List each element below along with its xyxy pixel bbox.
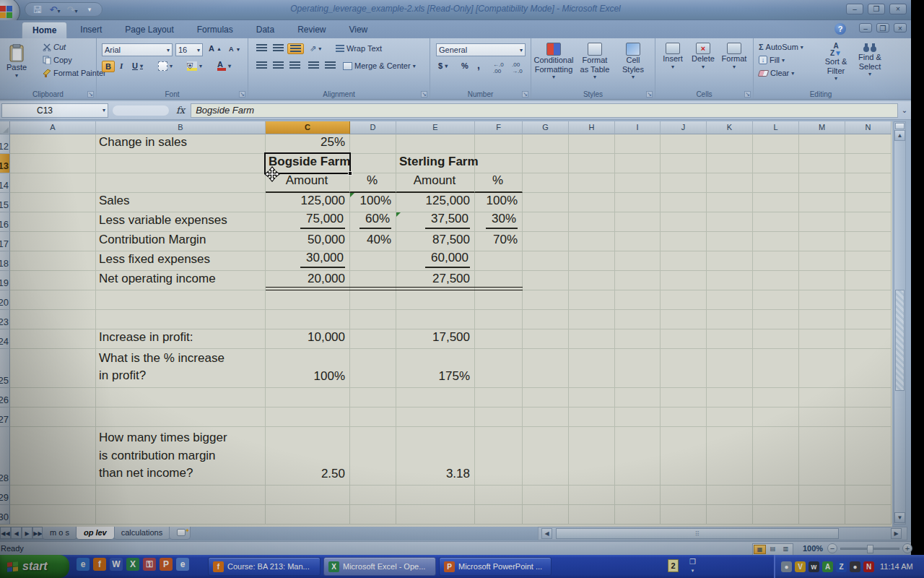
- autosum-button[interactable]: Σ AutoSum▾: [757, 42, 806, 52]
- cell-I25[interactable]: [615, 349, 661, 388]
- help-icon[interactable]: ?: [834, 23, 846, 35]
- cell-A29[interactable]: [10, 486, 96, 505]
- column-header-F[interactable]: F: [475, 121, 523, 134]
- novell-tray-icon[interactable]: N: [863, 561, 874, 572]
- cell-L17[interactable]: [753, 232, 799, 251]
- font-dialog-launcher[interactable]: ↘: [239, 91, 245, 98]
- cell-B24[interactable]: Increase in profit:: [96, 329, 266, 349]
- name-box[interactable]: C13 ▾: [1, 103, 108, 118]
- cell-J13[interactable]: [661, 154, 707, 173]
- italic-button[interactable]: I: [118, 61, 125, 71]
- cell-B15[interactable]: Sales: [96, 193, 266, 212]
- cell-B25[interactable]: What is the % increase in profit?: [96, 349, 266, 388]
- cell-H28[interactable]: [569, 427, 615, 486]
- cell-I28[interactable]: [615, 427, 661, 486]
- cell-A16[interactable]: [10, 212, 96, 232]
- scroll-left-icon[interactable]: ◀: [541, 528, 552, 539]
- insert-worksheet-tab[interactable]: ✦: [169, 527, 191, 540]
- cell-E24[interactable]: 17,500: [396, 329, 475, 349]
- cell-I13[interactable]: [615, 154, 661, 173]
- cell-C16[interactable]: 75,000: [266, 212, 350, 232]
- minimize-button[interactable]: –: [846, 4, 863, 14]
- cell-D25[interactable]: [350, 349, 396, 388]
- cell-E16[interactable]: 37,500: [396, 212, 475, 232]
- cell-M25[interactable]: [799, 349, 845, 388]
- column-header-N[interactable]: N: [845, 121, 892, 134]
- cell-C23[interactable]: [266, 310, 350, 329]
- cell-F29[interactable]: [475, 486, 523, 505]
- sheet-tab-calculations[interactable]: calculations: [113, 527, 170, 540]
- decrease-decimal-button[interactable]: .00→.0: [510, 61, 525, 75]
- cell-H25[interactable]: [569, 349, 615, 388]
- cell-I27[interactable]: [615, 407, 661, 427]
- cell-I16[interactable]: [615, 212, 661, 232]
- sort-filter-button[interactable]: AZ▼ Sort & Filter▾: [820, 41, 852, 83]
- cell-styles-button[interactable]: Cell Styles▾: [615, 41, 651, 82]
- ribbon-tab-review[interactable]: Review: [287, 22, 336, 38]
- cell-E26[interactable]: [396, 388, 475, 407]
- row-header-26[interactable]: 26: [0, 388, 10, 407]
- cell-K25[interactable]: [707, 349, 753, 388]
- column-header-D[interactable]: D: [350, 121, 396, 134]
- cell-B26[interactable]: [96, 388, 266, 407]
- cell-K27[interactable]: [707, 407, 753, 427]
- cell-E17[interactable]: 87,500: [396, 232, 475, 251]
- cell-K29[interactable]: [707, 486, 753, 505]
- accounting-format-button[interactable]: $▾: [436, 61, 450, 71]
- cell-G28[interactable]: [523, 427, 569, 486]
- cell-N19[interactable]: [845, 271, 892, 290]
- cell-L12[interactable]: [753, 134, 799, 154]
- row-header-27[interactable]: 27: [0, 407, 10, 427]
- cell-L13[interactable]: [753, 154, 799, 173]
- cell-H12[interactable]: [569, 134, 615, 154]
- cell-H30[interactable]: [569, 505, 615, 525]
- cell-H24[interactable]: [569, 329, 615, 349]
- cell-L23[interactable]: [753, 310, 799, 329]
- row-header-12[interactable]: 12: [0, 134, 10, 154]
- row-header-23[interactable]: 23: [0, 310, 10, 329]
- column-header-C[interactable]: C: [266, 121, 350, 134]
- cell-B18[interactable]: Less fixed expenses: [96, 251, 266, 271]
- column-header-K[interactable]: K: [707, 121, 753, 134]
- cell-K19[interactable]: [707, 271, 753, 290]
- powerpoint-quicklaunch-icon[interactable]: P: [160, 558, 173, 571]
- cell-N13[interactable]: [845, 154, 892, 173]
- cell-A24[interactable]: [10, 329, 96, 349]
- cell-L14[interactable]: [753, 173, 799, 193]
- cell-N15[interactable]: [845, 193, 892, 212]
- cell-A28[interactable]: [10, 427, 96, 486]
- cell-G17[interactable]: [523, 232, 569, 251]
- sheet-tab-mos[interactable]: m o s: [42, 527, 77, 540]
- conditional-formatting-button[interactable]: Conditional Formatting▾: [533, 41, 575, 82]
- cell-H20[interactable]: [569, 290, 615, 310]
- cell-J18[interactable]: [661, 251, 707, 271]
- cell-D18[interactable]: [350, 251, 396, 271]
- cell-H29[interactable]: [569, 486, 615, 505]
- shield-tray-icon[interactable]: V: [795, 561, 806, 572]
- cell-L24[interactable]: [753, 329, 799, 349]
- cell-G27[interactable]: [523, 407, 569, 427]
- cell-M26[interactable]: [799, 388, 845, 407]
- cell-M19[interactable]: [799, 271, 845, 290]
- excel-quicklaunch-icon[interactable]: X: [126, 558, 139, 571]
- cell-I26[interactable]: [615, 388, 661, 407]
- cell-M28[interactable]: [799, 427, 845, 486]
- column-header-L[interactable]: L: [753, 121, 799, 134]
- cell-C30[interactable]: [266, 505, 350, 525]
- cell-A19[interactable]: [10, 271, 96, 290]
- close-button[interactable]: ×: [889, 4, 907, 14]
- row-header-19[interactable]: 19: [0, 271, 10, 290]
- delete-cells-button[interactable]: × Delete▾: [689, 41, 718, 72]
- cell-C24[interactable]: 10,000: [266, 329, 350, 349]
- cell-F17[interactable]: 70%: [475, 232, 523, 251]
- cell-L19[interactable]: [753, 271, 799, 290]
- ribbon-tab-data[interactable]: Data: [246, 22, 284, 38]
- scroll-up-icon[interactable]: ▲: [894, 130, 905, 141]
- cell-A23[interactable]: [10, 310, 96, 329]
- next-sheet-icon[interactable]: ▶: [22, 527, 32, 539]
- first-sheet-icon[interactable]: ◀◀: [0, 527, 11, 539]
- middle-align-button[interactable]: [271, 43, 286, 53]
- cell-E18[interactable]: 60,000: [396, 251, 475, 271]
- cell-F28[interactable]: [475, 427, 523, 486]
- zoom-slider[interactable]: [840, 548, 899, 550]
